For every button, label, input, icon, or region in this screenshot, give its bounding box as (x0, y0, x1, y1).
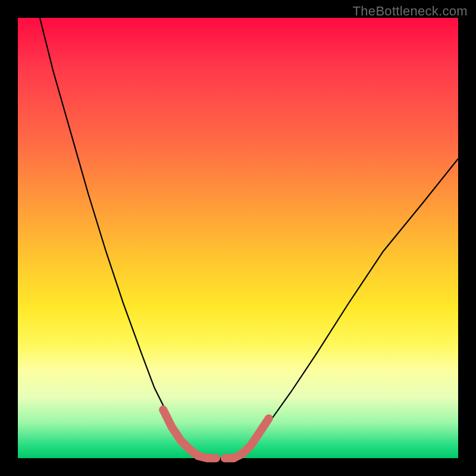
right-curve (238, 159, 458, 458)
plot-area (18, 18, 458, 458)
left-curve (40, 18, 203, 458)
right-ascent-marker (242, 418, 268, 453)
watermark-text: TheBottleneck.com (353, 4, 468, 19)
valley-left-marker (198, 456, 216, 458)
chart-frame: TheBottleneck.com (0, 0, 476, 476)
curve-layer (18, 18, 458, 458)
left-descent-marker (163, 410, 198, 456)
